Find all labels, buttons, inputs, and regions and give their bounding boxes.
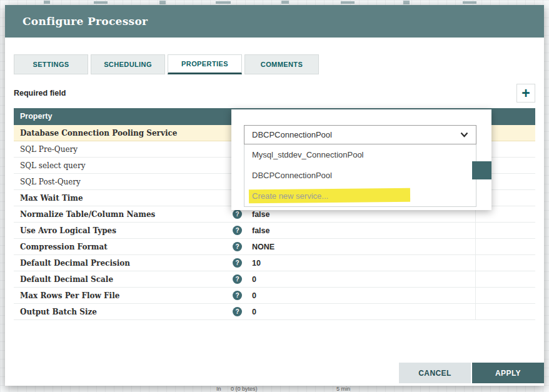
property-value[interactable]: 0	[252, 304, 476, 319]
property-name: SQL select query	[14, 161, 226, 170]
cancel-button[interactable]: CANCEL	[399, 363, 471, 383]
chevron-down-icon	[460, 130, 468, 139]
dialog-title: Configure Processor	[23, 15, 148, 28]
tab-settings[interactable]: SETTINGS	[14, 54, 88, 74]
help-icon: ?	[233, 307, 242, 316]
combo-options-list: Mysql_stddev_ConnectionPoolDBCPConnectio…	[244, 144, 476, 207]
help-icon: ?	[233, 274, 242, 284]
property-value[interactable]: NONE	[252, 239, 476, 254]
combo-option-label: Create new service...	[252, 191, 328, 201]
dialog-header: Configure Processor	[5, 5, 544, 38]
service-combo-select[interactable]: DBCPConnectionPool	[244, 125, 476, 144]
help-icon: ?	[233, 209, 242, 219]
tab-comments[interactable]: COMMENTS	[244, 54, 319, 74]
help-icon: ?	[233, 242, 242, 251]
help-icon: ?	[233, 226, 242, 235]
property-value[interactable]: false	[252, 223, 476, 238]
property-name: Max Wait Time	[14, 194, 226, 203]
property-name: Use Avro Logical Types	[14, 226, 226, 235]
property-name: SQL Post-Query	[14, 178, 226, 186]
property-row[interactable]: Max Rows Per Flow File ? 0	[14, 288, 535, 304]
required-field-label: Required field	[14, 89, 66, 98]
dialog-footer: CANCEL APPLY	[399, 363, 544, 383]
property-row[interactable]: Compression Format ? NONE	[14, 239, 535, 255]
property-value[interactable]: 10	[252, 255, 476, 271]
property-name: Compression Format	[14, 243, 226, 251]
property-row-spacer	[476, 304, 535, 319]
combo-option[interactable]: DBCPConnectionPool	[244, 165, 476, 186]
plus-icon: +	[521, 85, 530, 101]
ok-button[interactable]	[472, 161, 491, 179]
apply-button[interactable]: APPLY	[472, 363, 544, 383]
tab-bar: SETTINGSSCHEDULINGPROPERTIESCOMMENTS	[5, 54, 544, 74]
property-name: Max Rows Per Flow File	[14, 291, 226, 300]
combo-option[interactable]: Create new service...	[244, 186, 476, 206]
property-name: Normalize Table/Column Names	[14, 210, 226, 219]
canvas-fragment	[463, 1, 476, 4]
property-row[interactable]: Output Batch Size ? 0	[14, 304, 535, 320]
property-name: Output Batch Size	[14, 308, 226, 316]
canvas-fragment	[403, 1, 410, 4]
property-row[interactable]: Use Avro Logical Types ? false	[14, 223, 535, 239]
configure-processor-dialog: Configure Processor SETTINGSSCHEDULINGPR…	[5, 5, 544, 386]
property-name: Default Decimal Precision	[14, 259, 226, 268]
in-value: 0 (0 bytes)	[231, 386, 258, 392]
combo-option-label: Mysql_stddev_ConnectionPool	[252, 150, 364, 159]
combo-selected-value: DBCPConnectionPool	[252, 130, 332, 139]
property-row-spacer	[476, 255, 535, 271]
canvas-fragment	[216, 1, 231, 4]
property-row-spacer	[476, 239, 535, 254]
property-row-spacer	[476, 288, 535, 303]
add-property-button[interactable]: +	[516, 84, 535, 103]
canvas-fragment	[341, 1, 355, 4]
required-field-row: Required field +	[5, 84, 544, 103]
property-header-label: Property	[20, 112, 52, 121]
tab-properties[interactable]: PROPERTIES	[168, 54, 242, 74]
canvas-fragment	[159, 1, 166, 4]
property-name: SQL Pre-Query	[14, 145, 226, 154]
help-icon: ?	[233, 291, 242, 300]
property-value[interactable]: 0	[252, 288, 476, 303]
tab-scheduling[interactable]: SCHEDULING	[91, 54, 165, 74]
property-name: Default Decimal Scale	[14, 275, 226, 284]
property-row-spacer	[476, 223, 535, 238]
combo-option[interactable]: Mysql_stddev_ConnectionPool	[244, 144, 476, 165]
canvas-fragment	[281, 1, 289, 4]
property-row[interactable]: Default Decimal Scale ? 0	[14, 271, 535, 288]
property-value[interactable]: 0	[252, 271, 476, 287]
combo-editor-popup: DBCPConnectionPool Mysql_stddev_Connecti…	[231, 109, 491, 210]
canvas-fragment	[44, 1, 50, 4]
canvas-fragment	[94, 1, 108, 4]
property-row-spacer	[476, 271, 535, 287]
help-icon: ?	[233, 258, 242, 268]
property-name: Database Connection Pooling Service	[14, 129, 226, 138]
property-row[interactable]: Default Decimal Precision ? 10	[14, 255, 535, 271]
combo-option-label: DBCPConnectionPool	[252, 171, 332, 180]
in-label: In	[216, 386, 221, 392]
stats-window: 5 min	[336, 386, 350, 392]
